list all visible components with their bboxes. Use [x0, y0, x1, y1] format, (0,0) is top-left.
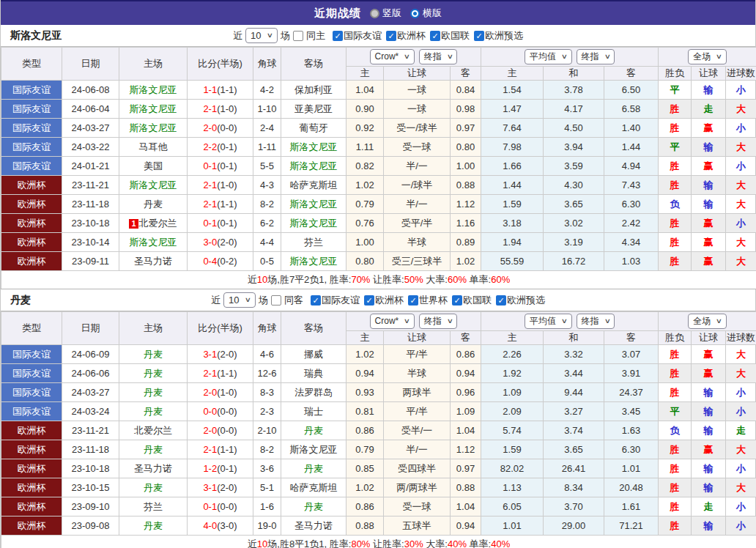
same-venue-checkbox[interactable] — [293, 31, 303, 41]
score-cell: 0-4(0-2) — [188, 252, 253, 271]
handicap-odds-home: 1.02 — [346, 478, 384, 497]
competition-checkbox[interactable]: ✓ — [386, 31, 396, 41]
competition-checkbox[interactable]: ✓ — [474, 31, 484, 41]
average-select[interactable]: 平均值∨ — [525, 314, 572, 329]
summary-segment: 大率: — [423, 274, 448, 285]
result-goals: 小 — [726, 497, 756, 516]
corners-cell: 2-3 — [253, 402, 281, 421]
result-handicap: 输 — [692, 421, 726, 440]
scope-select[interactable]: 全场∨ — [688, 314, 727, 329]
competition-checkbox[interactable]: ✓ — [430, 31, 440, 41]
match-date: 23-10-14 — [62, 233, 119, 252]
match-date: 23-10-15 — [62, 478, 119, 497]
handicap-odds-away: 0.88 — [451, 478, 481, 497]
competition-checkbox[interactable]: ✓ — [496, 295, 506, 306]
result-wdl: 胜 — [659, 233, 692, 252]
avg-odds-home: 1.66 — [481, 157, 544, 176]
match-row: 国际友谊 24-06-08 斯洛文尼亚 1-1(1-1) 4-2 保加利亚 1.… — [1, 81, 756, 100]
scope-group-header: 全场∨ — [659, 312, 756, 331]
handicap-line: 平/半 — [384, 402, 451, 421]
match-row: 欧洲杯 23-10-14 斯洛文尼亚 3-0(2-0) 4-4 芬兰 1.00 … — [1, 233, 756, 252]
bookmaker-select[interactable]: Crow*∨ — [370, 314, 415, 329]
result-wdl: 胜 — [659, 440, 692, 459]
avg-odds-home: 1.59 — [481, 440, 544, 459]
result-wdl: 胜 — [659, 364, 692, 383]
average-stage-select[interactable]: 终指∨ — [577, 314, 615, 329]
avg-odds-away: 3.45 — [604, 402, 659, 421]
corners-cell: 0-5 — [253, 252, 281, 271]
summary-segment: 50% — [404, 274, 423, 285]
match-row: 国际友谊 24-03-27 丹麦 2-0(1-0) 8-3 法罗群岛 0.93 … — [1, 383, 756, 402]
handicap-odds-home: 0.80 — [346, 252, 384, 271]
home-team: 丹麦 — [119, 383, 188, 402]
layout-option-horizontal[interactable]: 横版 — [410, 7, 442, 20]
sub-column-header: 让球 — [692, 331, 726, 345]
radio-icon[interactable] — [370, 9, 379, 18]
corners-cell: 1-11 — [253, 138, 281, 157]
avg-odds-away: 6.58 — [604, 100, 659, 119]
avg-odds-away: 6.50 — [604, 81, 659, 100]
competition-type-badge: 国际友谊 — [1, 138, 62, 157]
handicap-odds-away: 0.80 — [451, 138, 481, 157]
result-wdl: 胜 — [659, 383, 692, 402]
away-team: 斯洛文尼亚 — [281, 157, 346, 176]
corners-cell: 4-6 — [253, 345, 281, 364]
competition-filters: ✓国际友谊✓欧洲杯✓世界杯✓欧国联✓欧洲预选 — [306, 294, 545, 307]
match-date: 24-03-24 — [62, 402, 119, 421]
same-venue-checkbox[interactable] — [271, 295, 281, 306]
radio-icon[interactable] — [410, 9, 420, 18]
competition-checkbox[interactable]: ✓ — [311, 295, 321, 306]
bookmaker-stage-select[interactable]: 终指∨ — [419, 314, 458, 329]
corners-cell: 5-5 — [253, 157, 281, 176]
result-wdl: 胜 — [659, 497, 692, 516]
competition-checkbox[interactable]: ✓ — [408, 295, 418, 306]
avg-odds-draw: 3.44 — [544, 364, 604, 383]
result-handicap: 赢 — [692, 157, 726, 176]
match-date: 24-06-09 — [62, 345, 119, 364]
average-select[interactable]: 平均值∨ — [525, 49, 572, 64]
average-group-header: 平均值∨终指∨ — [481, 312, 659, 331]
handicap-odds-home: 0.81 — [346, 402, 384, 421]
result-handicap: 输 — [692, 383, 726, 402]
competition-label: 欧洲预选 — [485, 29, 523, 42]
recent-count-select[interactable]: 10∨ — [245, 28, 278, 43]
avg-odds-home: 1.94 — [481, 233, 544, 252]
competition-checkbox[interactable]: ✓ — [452, 295, 462, 306]
average-stage-select[interactable]: 终指∨ — [577, 49, 615, 64]
avg-odds-away: 71.21 — [604, 516, 659, 536]
layout-option-vertical[interactable]: 竖版 — [370, 7, 401, 20]
avg-odds-home: 1.01 — [481, 516, 544, 536]
result-handicap: 赢 — [692, 233, 726, 252]
competition-type-badge: 欧洲杯 — [1, 252, 62, 271]
col-header-corner: 角球 — [253, 312, 281, 345]
avg-odds-draw: 3.19 — [544, 233, 604, 252]
match-date: 24-06-08 — [62, 81, 119, 100]
summary-segment: 近 — [248, 538, 257, 548]
scope-select[interactable]: 全场∨ — [688, 49, 727, 64]
competition-label: 欧洲预选 — [507, 294, 545, 307]
avg-odds-home: 2.09 — [481, 402, 544, 421]
home-team: 斯洛文尼亚 — [119, 233, 188, 252]
chevron-down-icon: ∨ — [447, 50, 453, 64]
result-goals: 大 — [726, 195, 756, 214]
result-handicap: 输 — [692, 176, 726, 195]
col-header-away: 客场 — [281, 48, 346, 81]
avg-odds-draw: 4.30 — [544, 176, 604, 195]
bookmaker-stage-select[interactable]: 终指∨ — [419, 49, 458, 64]
home-team: 斯洛文尼亚 — [119, 100, 188, 119]
competition-checkbox[interactable]: ✓ — [333, 31, 343, 41]
average-group-header: 平均值∨终指∨ — [481, 48, 659, 67]
away-team: 斯洛文尼亚 — [281, 440, 346, 459]
result-handicap: 输 — [692, 81, 726, 100]
sub-column-header: 客 — [451, 331, 481, 345]
recent-count-select[interactable]: 10∨ — [223, 292, 256, 308]
col-header-date: 日期 — [62, 48, 119, 81]
chevron-down-icon: ∨ — [245, 293, 251, 307]
competition-checkbox[interactable]: ✓ — [364, 295, 374, 306]
avg-odds-draw: 8.34 — [544, 478, 604, 497]
result-handicap: 赢 — [692, 252, 726, 271]
bookmaker-select[interactable]: Crow*∨ — [370, 49, 415, 64]
result-handicap: 走 — [692, 497, 726, 516]
competition-type-badge: 国际友谊 — [1, 402, 62, 421]
result-goals: 小 — [726, 402, 756, 421]
